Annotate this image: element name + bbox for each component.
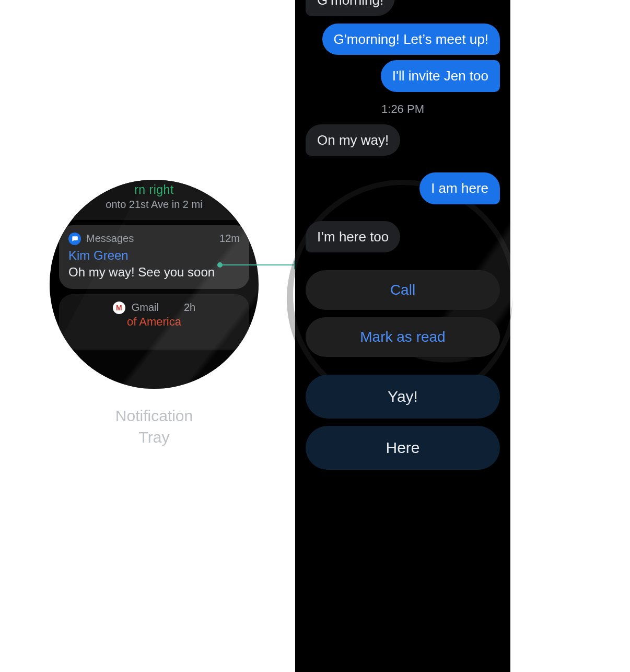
caption-notification-tray: NotificationTray	[50, 405, 259, 448]
maps-direction-line2: onto 21st Ave in 2 mi	[68, 198, 240, 212]
notification-app-name: Messages	[86, 233, 134, 245]
notification-header: Messages 12m	[68, 233, 240, 245]
message-bubble-in[interactable]: G’morning!	[306, 0, 395, 16]
page: rn right onto 21st Ave in 2 mi Messages …	[0, 0, 630, 672]
watchface-notification-tray: rn right onto 21st Ave in 2 mi Messages …	[50, 180, 259, 389]
message-timestamp: 1:26 PM	[306, 102, 500, 116]
notification-stack: rn right onto 21st Ave in 2 mi Messages …	[59, 180, 249, 350]
watchface: rn right onto 21st Ave in 2 mi Messages …	[50, 180, 259, 389]
notification-sender: Kim Green	[68, 248, 240, 263]
notification-sender: of America	[68, 315, 240, 329]
message-bubble-out[interactable]: G'morning! Let’s meet up!	[322, 24, 500, 55]
suggestion-chip[interactable]: Here	[306, 426, 500, 470]
suggestion-chip[interactable]: Yay!	[306, 375, 500, 419]
call-button[interactable]: Call	[306, 270, 500, 310]
notification-card-gmail[interactable]: M Gmail 2h of America	[59, 294, 249, 350]
notification-header: M Gmail 2h	[68, 302, 240, 314]
messages-icon	[68, 233, 81, 245]
message-bubble-out[interactable]: I'll invite Jen too	[381, 60, 500, 92]
message-bubble-in[interactable]: On my way!	[306, 124, 400, 156]
conversation-scroll[interactable]: G’morning! G'morning! Let’s meet up! I'l…	[295, 0, 510, 672]
notification-app-name: Gmail	[132, 302, 159, 314]
mark-as-read-button[interactable]: Mark as read	[306, 317, 500, 357]
notification-age: 2h	[184, 302, 195, 314]
notification-body: Oh my way! See you soon	[68, 264, 240, 281]
message-bubble-in[interactable]: I’m here too	[306, 221, 400, 253]
message-bubble-out[interactable]: I am here	[419, 172, 500, 204]
gmail-icon: M	[113, 302, 125, 314]
notification-card-messages[interactable]: Messages 12m Kim Green Oh my way! See yo…	[59, 225, 249, 289]
notification-age: 12m	[219, 233, 240, 245]
conversation-column: G’morning! G'morning! Let’s meet up! I'l…	[295, 0, 510, 672]
